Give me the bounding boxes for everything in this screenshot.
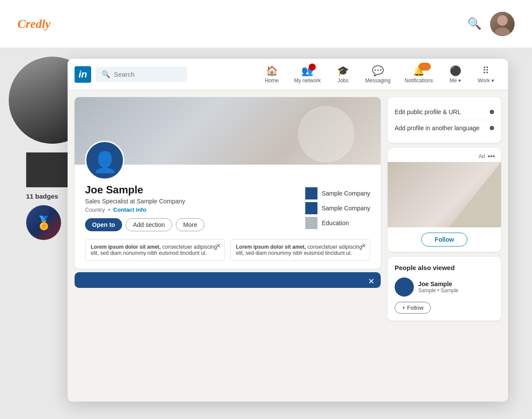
nav-me-label: Me ▾ xyxy=(450,78,461,84)
linkedin-search-icon: 🔍 xyxy=(102,70,110,78)
credly-nav-right: 🔍 xyxy=(467,12,515,36)
education-logo xyxy=(305,217,317,229)
edit-profile-dot xyxy=(490,110,494,114)
linkedin-search-bar[interactable]: 🔍 xyxy=(95,67,187,82)
nav-jobs[interactable]: 🎓 Jobs xyxy=(328,65,358,84)
ad-label: Ad xyxy=(479,153,485,159)
nav-me[interactable]: ⚫ Me ▾ xyxy=(440,65,471,84)
edit-profile-link[interactable]: Edit public profile & URL xyxy=(395,104,494,120)
nav-work[interactable]: ⠿ Work ▾ xyxy=(471,65,501,84)
badge-icon: 🏅 xyxy=(26,205,61,240)
edit-profile-text: Edit public profile & URL xyxy=(395,108,461,115)
svg-point-1 xyxy=(494,27,510,36)
people-also-viewed-title: People also viewed xyxy=(395,264,494,271)
contact-info-link[interactable]: Contact info xyxy=(113,206,147,213)
person-avatar xyxy=(395,277,414,297)
credly-user-avatar[interactable] xyxy=(490,12,515,36)
nav-mynetwork-label: My network xyxy=(294,78,321,84)
add-section-button[interactable]: Add section xyxy=(126,218,172,231)
ad-card: Ad ••• Follow xyxy=(388,148,501,252)
linkedin-main-column: 👤 Joe Sample Sales Specialist at Sample … xyxy=(75,97,381,395)
people-also-viewed-card: People also viewed Joe Sample Sample • S… xyxy=(388,257,501,321)
person-follow-label: Follow xyxy=(407,304,424,311)
profile-avatar: 👤 xyxy=(85,141,124,180)
profile-info-right: Sample Company Sample Company Education xyxy=(305,187,370,231)
company2-logo xyxy=(305,202,317,214)
profile-card: 👤 Joe Sample Sales Specialist at Sample … xyxy=(75,97,381,269)
linkedin-logo-icon: in xyxy=(75,66,91,83)
more-button[interactable]: More xyxy=(176,218,205,231)
ad-follow-button[interactable]: Follow xyxy=(421,233,467,247)
profile-location: Country • Contact info xyxy=(85,206,298,213)
person-item-1: Joe Sample Sample • Sample xyxy=(395,277,494,297)
add-language-dot xyxy=(490,126,494,130)
add-language-link[interactable]: Add profile in another language xyxy=(395,120,494,136)
ad-image-decoration xyxy=(449,162,501,227)
tooltip-1-close[interactable]: ✕ xyxy=(216,242,221,249)
person-subtitle: Sample • Sample xyxy=(418,287,458,294)
education-item: Education xyxy=(305,217,370,229)
home-icon: 🏠 xyxy=(266,65,278,77)
tooltip-boxes: Lorem ipsum dolor sit amet, consectetuer… xyxy=(75,239,381,269)
profile-name: Joe Sample xyxy=(85,184,298,196)
nav-notifications[interactable]: 🔔 Notifications xyxy=(398,65,440,84)
credly-search-icon[interactable]: 🔍 xyxy=(467,17,481,30)
profile-info-left: Joe Sample Sales Specialist at Sample Co… xyxy=(85,184,298,231)
person-follow-button[interactable]: + Follow xyxy=(395,302,431,314)
credly-topbar: Credly 🔍 xyxy=(0,0,532,48)
profile-links-card: Edit public profile & URL Add profile in… xyxy=(388,97,501,143)
mynetwork-icon: 👥 xyxy=(301,65,313,77)
notifications-badge xyxy=(419,63,431,71)
profile-banner: 👤 xyxy=(75,97,381,165)
tooltip-box-1: Lorem ipsum dolor sit amet, consectetuer… xyxy=(85,239,225,261)
nav-messaging[interactable]: 💬 Messaging xyxy=(358,65,398,84)
left-dark-box xyxy=(26,152,74,187)
nav-work-label: Work ▾ xyxy=(477,78,494,84)
linkedin-search-input[interactable] xyxy=(114,71,175,78)
profile-title: Sales Specialist at Sample Company xyxy=(85,198,298,205)
open-to-button[interactable]: Open to xyxy=(85,218,122,231)
work-icon: ⠿ xyxy=(482,65,489,77)
profile-info-section: Joe Sample Sales Specialist at Sample Co… xyxy=(75,165,381,239)
tooltip-box-2: Lorem ipsum dolor sit amet, consectetuer… xyxy=(230,239,370,261)
messaging-icon: 💬 xyxy=(372,65,384,77)
jobs-icon: 🎓 xyxy=(337,65,349,77)
credly-avatar-image xyxy=(490,12,515,36)
nav-home[interactable]: 🏠 Home xyxy=(256,65,287,84)
person-name: Joe Sample xyxy=(418,280,458,287)
banner-circle-decoration xyxy=(298,106,355,162)
profile-avatar-icon: 👤 xyxy=(92,150,117,174)
tooltip-1-bold: Lorem ipsum dolor sit amet, xyxy=(91,244,161,250)
credly-logo: Credly xyxy=(17,17,51,31)
section-card-close[interactable]: ✕ xyxy=(368,277,375,286)
nav-messaging-label: Messaging xyxy=(365,78,391,84)
linkedin-nav-items: 🏠 Home 👥 My network 🎓 Jobs 💬 Messaging xyxy=(256,65,501,84)
ad-image xyxy=(388,162,501,227)
linkedin-sidebar: Edit public profile & URL Add profile in… xyxy=(388,97,501,395)
education-label: Education xyxy=(322,220,349,226)
add-language-text: Add profile in another language xyxy=(395,125,480,132)
section-card: ✕ xyxy=(75,272,381,288)
mynetwork-badge xyxy=(309,64,316,71)
company-item-1: Sample Company xyxy=(305,187,370,199)
nav-mynetwork[interactable]: 👥 My network xyxy=(287,65,327,84)
ad-header: Ad ••• xyxy=(388,148,501,162)
company-item-2: Sample Company xyxy=(305,202,370,214)
credly-avatar-inner xyxy=(490,12,515,36)
company1-name: Sample Company xyxy=(322,190,370,197)
nav-home-label: Home xyxy=(265,78,279,84)
company1-logo xyxy=(305,187,317,199)
linkedin-window: in 🔍 🏠 Home 👥 My network 🎓 Jobs xyxy=(68,59,508,402)
linkedin-nav: in 🔍 🏠 Home 👥 My network 🎓 Jobs xyxy=(68,59,508,90)
tooltip-2-close[interactable]: ✕ xyxy=(361,242,366,249)
svg-point-0 xyxy=(497,15,508,26)
me-icon: ⚫ xyxy=(450,65,461,77)
notifications-icon: 🔔 xyxy=(413,65,425,77)
person-info: Joe Sample Sample • Sample xyxy=(418,280,458,294)
ad-options-icon[interactable]: ••• xyxy=(488,152,495,160)
tooltip-2-bold: Lorem ipsum dolor sit amet, xyxy=(236,244,306,250)
nav-notifications-label: Notifications xyxy=(405,78,433,84)
profile-action-buttons: Open to Add section More xyxy=(85,218,298,231)
linkedin-content: 👤 Joe Sample Sales Specialist at Sample … xyxy=(68,90,508,402)
company2-name: Sample Company xyxy=(322,205,370,212)
